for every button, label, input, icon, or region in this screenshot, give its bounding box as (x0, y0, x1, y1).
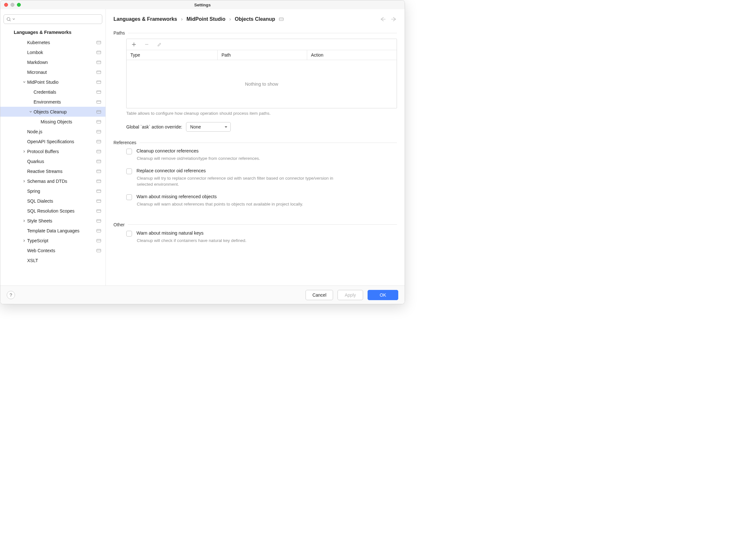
tree-item-label: Lombok (27, 50, 96, 55)
tree-item-label: Schemas and DTDs (27, 179, 96, 184)
settings-main-panel: Languages & Frameworks › MidPoint Studio… (106, 9, 405, 285)
scope-icon (96, 110, 101, 113)
checkbox-label[interactable]: Replace connector oid references (137, 168, 206, 174)
table-empty-text: Nothing to show (126, 60, 397, 108)
checkbox-cleanup-connector-refs[interactable] (126, 149, 132, 155)
tree-item[interactable]: SQL Dialects (0, 196, 106, 206)
scope-icon (96, 130, 101, 133)
override-select[interactable]: None (186, 122, 231, 132)
chevron-down-icon[interactable] (28, 110, 34, 113)
scope-icon (96, 150, 101, 153)
breadcrumb-part: Objects Cleanup (235, 16, 275, 22)
scope-icon (96, 170, 101, 173)
tree-item[interactable]: Markdown (0, 57, 106, 67)
plus-icon (132, 42, 136, 47)
scope-icon (96, 179, 101, 183)
back-icon[interactable] (380, 17, 386, 22)
breadcrumb: Languages & Frameworks › MidPoint Studio… (113, 16, 284, 22)
tree-item[interactable]: Lombok (0, 47, 106, 57)
checkbox-warn-missing-refs[interactable] (126, 194, 132, 200)
tree-item[interactable]: Environments (0, 97, 106, 107)
section-title: References (113, 140, 137, 145)
tree-item-label: Spring (27, 189, 96, 194)
tree-item[interactable]: Style Sheets (0, 216, 106, 226)
ok-button[interactable]: OK (368, 290, 398, 300)
chevron-right-icon[interactable] (21, 219, 27, 222)
add-button[interactable] (131, 41, 137, 47)
scope-icon (96, 71, 101, 74)
tree-item[interactable]: Template Data Languages (0, 226, 106, 235)
scope-icon (96, 199, 101, 203)
chevron-down-icon[interactable] (21, 81, 27, 84)
tree-item-label: Protocol Buffers (27, 149, 96, 154)
tree-item[interactable]: Protocol Buffers (0, 146, 106, 156)
breadcrumb-part[interactable]: MidPoint Studio (186, 16, 226, 22)
scope-icon (96, 81, 101, 84)
forward-icon[interactable] (391, 17, 397, 22)
search-input[interactable] (3, 15, 102, 24)
tree-item[interactable]: Quarkus (0, 156, 106, 166)
tree-item-label: Objects Cleanup (34, 109, 96, 114)
column-header-path[interactable]: Path (218, 50, 307, 60)
column-header-type[interactable]: Type (126, 50, 218, 60)
tree-item-label: SQL Resolution Scopes (27, 208, 96, 214)
apply-button[interactable]: Apply (338, 290, 363, 300)
tree-item[interactable]: Credentials (0, 87, 106, 97)
tree-item[interactable]: Micronaut (0, 67, 106, 77)
search-icon (6, 17, 11, 22)
scope-icon (96, 239, 101, 242)
tree-item-label: Template Data Languages (27, 228, 96, 233)
cancel-button[interactable]: Cancel (306, 290, 333, 300)
tree-item[interactable]: XSLT (0, 255, 106, 265)
section-references: References Cleanup connector references … (113, 140, 397, 214)
content-area: Languages & Frameworks KubernetesLombokM… (0, 9, 405, 285)
tree-item[interactable]: MidPoint Studio (0, 77, 106, 87)
help-button[interactable]: ? (7, 291, 15, 299)
tree-item[interactable]: TypeScript (0, 235, 106, 246)
override-value: None (190, 124, 201, 130)
settings-tree[interactable]: Languages & Frameworks KubernetesLombokM… (0, 28, 106, 285)
scope-icon (96, 61, 101, 64)
titlebar: Settings (0, 0, 405, 9)
chevron-right-icon[interactable] (21, 239, 27, 242)
chevron-right-icon[interactable] (21, 150, 27, 153)
breadcrumb-separator: › (181, 16, 182, 22)
checkbox-label[interactable]: Warn about missing referenced objects (137, 194, 217, 200)
tree-item-label: Missing Objects (40, 119, 96, 124)
checkbox-description: Cleanup will warn about references that … (137, 201, 341, 207)
edit-button[interactable] (156, 41, 162, 47)
tree-item[interactable]: Reactive Streams (0, 166, 106, 176)
scope-icon (96, 190, 101, 193)
column-header-action[interactable]: Action (307, 50, 397, 60)
checkbox-warn-natural-keys[interactable] (126, 231, 132, 236)
scope-icon (96, 120, 101, 123)
checkbox-description: Cleanup will try to replace connector re… (137, 175, 341, 188)
tree-item[interactable]: Schemas and DTDs (0, 176, 106, 186)
remove-button[interactable] (144, 41, 150, 47)
tree-item[interactable]: OpenAPI Specifications (0, 137, 106, 146)
scope-icon (96, 90, 101, 94)
tree-item[interactable]: Node.js (0, 127, 106, 137)
override-label: Global `ask` action override: (126, 124, 182, 130)
tree-item[interactable]: Objects Cleanup (0, 107, 106, 117)
tree-item-label: TypeScript (27, 238, 96, 243)
tree-item-label: Node.js (27, 129, 96, 134)
tree-item-label: Quarkus (27, 159, 96, 164)
checkbox-label[interactable]: Cleanup connector references (137, 148, 199, 155)
breadcrumb-part[interactable]: Languages & Frameworks (113, 16, 177, 22)
chevron-right-icon[interactable] (21, 179, 27, 183)
scope-icon (96, 209, 101, 213)
tree-item-label: Environments (34, 100, 96, 105)
scope-icon (96, 140, 101, 143)
tree-item[interactable]: SQL Resolution Scopes (0, 206, 106, 216)
tree-item-label: Kubernetes (27, 40, 96, 45)
checkbox-replace-connector-oid[interactable] (126, 168, 132, 174)
checkbox-label[interactable]: Warn about missing natural keys (137, 230, 204, 236)
tree-item[interactable]: Missing Objects (0, 117, 106, 127)
tree-item-label: SQL Dialects (27, 198, 96, 204)
tree-item[interactable]: Spring (0, 186, 106, 196)
dialog-footer: ? Cancel Apply OK (0, 285, 405, 304)
tree-item[interactable]: Web Contexts (0, 246, 106, 255)
section-other: Other Warn about missing natural keys Cl… (113, 222, 397, 250)
tree-item[interactable]: Kubernetes (0, 37, 106, 47)
